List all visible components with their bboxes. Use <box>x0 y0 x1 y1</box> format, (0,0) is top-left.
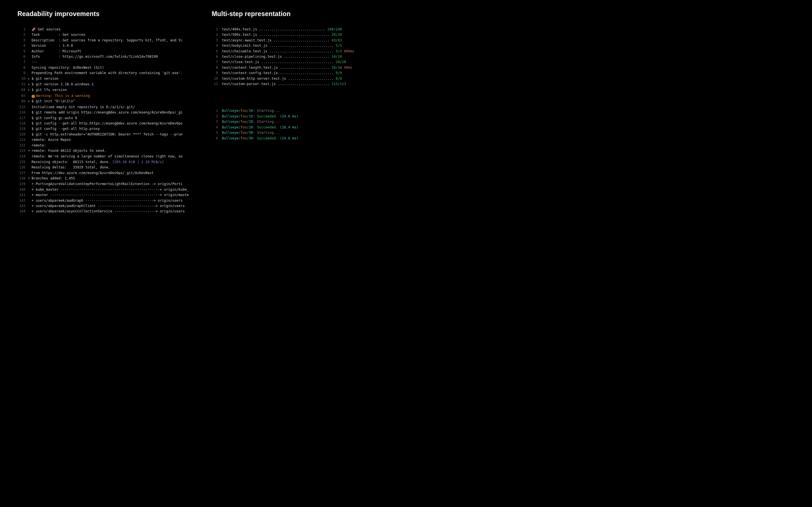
right-heading: Multi-step representation <box>212 10 389 18</box>
log-text: remote: Azure Repos <box>32 137 71 143</box>
test-line: 4test/bodyLimit.test.js ................… <box>212 43 389 48</box>
log-line: 141+ master ----------------------------… <box>17 192 195 198</box>
log-text: $ git config gc.auto 0 <box>32 115 77 121</box>
log-line: 65!Warning: This is a warning <box>17 93 195 99</box>
line-number: 5 <box>212 130 218 135</box>
test-text: test/404s.test.js ......................… <box>222 27 342 32</box>
bullseye-text: Bullseye/foo/10: Succeeded. (24.6 ms) <box>222 114 299 119</box>
log-text: Initialized empty Git repository in D:/a… <box>32 105 135 110</box>
log-line: 118$ git config --get-all http.https://m… <box>17 121 195 126</box>
log-text: Description : Get sources from a reposit… <box>32 38 183 43</box>
log-text: 🚀 Get sources <box>32 27 61 32</box>
log-line: 115Initialized empty Git repository in D… <box>17 105 195 110</box>
line-number: 8 <box>17 65 26 70</box>
log-text: Author : Microsoft <box>32 49 81 54</box>
log-line: 136Resolving deltas: 33929 total, done. <box>17 165 195 170</box>
log-line: 121remote: Azure Repos <box>17 137 195 143</box>
line-number: 117 <box>17 115 26 121</box>
line-number: 135 <box>17 159 26 165</box>
fold-gutter[interactable]: ▼ <box>28 176 32 181</box>
test-text: test/context-config.test.js ............… <box>222 70 342 76</box>
log-text: Syncing repository: AzDevNext (Git) <box>32 65 104 70</box>
test-text: test/close.test.js .....................… <box>222 59 346 65</box>
test-text: test/custom-http-server.test.js ........… <box>222 76 342 81</box>
test-text: test/bodyLimit.test.js .................… <box>222 43 342 48</box>
bullseye-line: 4Bullseye/foo/20: Succeeded. (26.4 ms) <box>212 125 389 130</box>
log-text: Prepending Path environment variable wit… <box>32 70 183 76</box>
line-number: 32 <box>17 82 26 87</box>
bullseye-line: 5Bullseye/foo/30: Starting... <box>212 130 389 135</box>
line-number: 137 <box>17 170 26 176</box>
log-line: 138▼Branches added: 1,455 <box>17 176 195 181</box>
test-text: test/async-await.test.js ...............… <box>222 38 342 43</box>
line-number: 120 <box>17 132 26 137</box>
log-line: 116$ git remote add origin https://mseng… <box>17 110 195 115</box>
log-text: remote: We're serving a large number of … <box>32 154 183 159</box>
line-number: 66 <box>17 99 26 104</box>
left-heading: Readability improvements <box>17 10 195 18</box>
line-number: 140 <box>17 187 26 192</box>
log-text: remote: <box>32 143 46 148</box>
line-number: 3 <box>212 38 218 43</box>
test-line: 3test/async-await.test.js ..............… <box>212 38 389 43</box>
line-number: 8 <box>212 65 218 70</box>
log-line: 142+ users/abpareek/aadGraph -----------… <box>17 198 195 203</box>
fold-gutter[interactable]: ▶ <box>28 82 32 87</box>
fold-gutter[interactable]: ▶ <box>28 99 32 104</box>
bullseye-output: 1Bullseye/foo/10: Starting...2Bullseye/f… <box>212 108 389 141</box>
log-line: 122remote: <box>17 143 195 148</box>
log-text: Version : 1.0.0 <box>32 43 73 48</box>
test-text: test/content-length.test.js ............… <box>222 65 352 70</box>
line-number: 2 <box>212 32 218 38</box>
test-line: 1test/404s.test.js .....................… <box>212 27 389 32</box>
log-text: Task : Get sources <box>32 32 86 38</box>
log-line: 32▶$ git version 2.18.0.windows.1 <box>17 82 195 87</box>
line-number: 2 <box>212 114 218 119</box>
log-line: 66▶$ git init "D:\a\1\s" <box>17 99 195 104</box>
line-number: 134 <box>17 154 26 159</box>
bullseye-text: Bullseye/foo/30: Succeeded. (24.6 ms) <box>222 136 299 141</box>
log-text: Resolving deltas: 33929 total, done. <box>32 165 110 170</box>
log-line: 133▼remote: Found 66113 objects to send. <box>17 148 195 154</box>
line-number: 3 <box>212 119 218 124</box>
test-text: test/500s.test.js ......................… <box>222 32 342 38</box>
log-text: + users/abpareek/asyncCollectionService … <box>32 209 185 214</box>
test-line: 2test/500s.test.js .....................… <box>212 32 389 38</box>
log-line: 117$ git config gc.auto 0 <box>17 115 195 121</box>
log-text: $ git config --get-all http.proxy <box>32 126 100 131</box>
log-text: From https://dev.azure.com/mseng/AzureDe… <box>32 170 154 176</box>
log-line: 8Syncing repository: AzDevNext (Git) <box>17 65 195 70</box>
log-line: 120$ git -c http.extraheader="AUTHORIZAT… <box>17 132 195 137</box>
bullseye-text: Bullseye/foo/30: Starting... <box>222 130 280 135</box>
fold-gutter[interactable]: ▶ <box>28 76 32 81</box>
line-number: 116 <box>17 110 26 115</box>
line-number: 1 <box>212 108 218 114</box>
log-line: 139+ PortingAzureValidationStepPerformer… <box>17 181 195 187</box>
line-number: 1 <box>212 27 218 32</box>
line-number: 3 <box>17 38 26 43</box>
log-line: 2Task : Get sources <box>17 32 195 38</box>
line-number: 6 <box>17 54 26 59</box>
log-text: Receiving objects: 66113 total, done. [2… <box>32 159 164 165</box>
fold-gutter[interactable]: ▼ <box>28 148 32 154</box>
fold-gutter[interactable]: ▶ <box>28 87 32 93</box>
log-text: + PortingAzureValidationStepPerformertoL… <box>32 181 183 187</box>
log-text: $ git lfs version <box>32 87 67 93</box>
line-number: 2 <box>17 32 26 38</box>
line-number: 143 <box>17 203 26 209</box>
line-number: 115 <box>17 105 26 110</box>
line-number: 122 <box>17 143 26 148</box>
log-text: Info : https://go.microsoft.com/fwlink/?… <box>32 54 158 59</box>
line-number: 11 <box>212 81 218 87</box>
line-number: 6 <box>212 54 218 59</box>
log-text: --- <box>32 59 38 65</box>
log-text: $ git version <box>32 76 58 81</box>
log-text: Branches added: 1,455 <box>32 176 75 181</box>
log-text: + users/abpareek/aadGraphClient --------… <box>32 203 185 209</box>
log-line: 64▶$ git lfs version <box>17 87 195 93</box>
bullseye-text: Bullseye/foo/20: Starting... <box>222 119 280 124</box>
line-number: 144 <box>17 209 26 214</box>
log-text: $ git init "D:\a\1\s" <box>32 99 75 104</box>
line-number: 7 <box>212 59 218 65</box>
test-text: test/custom-parser.test.js .............… <box>222 81 346 87</box>
